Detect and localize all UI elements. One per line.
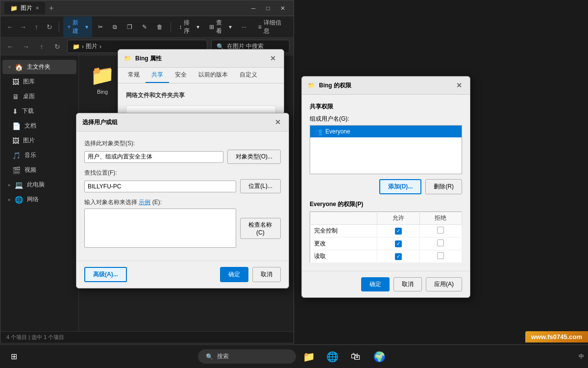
sidebar-item-music[interactable]: 🎵 音乐 <box>2 148 76 162</box>
sidebar-item-videos[interactable]: 🎬 视频 <box>2 163 76 177</box>
select-user-close-btn[interactable]: ✕ <box>273 117 283 127</box>
user-list-box: 👥 Everyone <box>310 125 462 174</box>
start-btn[interactable]: ⊞ <box>4 347 24 367</box>
status-text: 4 个项目 | 选中 1 个项目 <box>6 334 64 341</box>
tab-general[interactable]: 常规 <box>122 68 146 83</box>
perms-title-text: Bing 的权限 <box>319 81 351 90</box>
sidebar-label-desktop: 桌面 <box>23 92 35 101</box>
addr-refresh-btn[interactable]: ↻ <box>51 41 63 53</box>
tab-previous-versions[interactable]: 以前的版本 <box>193 68 234 83</box>
forward-btn[interactable]: → <box>18 21 29 33</box>
close-btn[interactable]: ✕ <box>276 1 290 15</box>
delete-btn[interactable]: 🗑 <box>153 22 167 32</box>
sidebar-label-downloads: 下载 <box>22 107 34 115</box>
sidebar-item-thispc[interactable]: ▸ 💻 此电脑 <box>2 178 76 192</box>
back-btn[interactable]: ← <box>4 21 16 33</box>
dialog-permissions: 📁 Bing 的权限 ✕ 共享权限 组或用户名(G): 👥 Everyone 添… <box>301 76 470 298</box>
sidebar-item-home[interactable]: ▾ 🏠 主文件夹 <box>2 60 76 74</box>
user-everyone-item[interactable]: 👥 Everyone <box>310 126 462 137</box>
checkbox-deny[interactable] <box>437 227 444 234</box>
select-user-body: 选择此对象类型(S): 用户、组或内置安全主体 对象类型(O)... 查找位置(… <box>76 131 289 261</box>
perms-ok-btn[interactable]: 确定 <box>361 277 390 291</box>
sidebar-item-downloads[interactable]: ⬇ 下载 <box>2 104 76 118</box>
taskbar-chrome-btn[interactable]: 🌐 <box>321 346 343 368</box>
perm-allow[interactable]: ✓ <box>377 237 419 250</box>
taskbar-left: ⊞ <box>0 347 24 367</box>
perms-title-icon: 📁 <box>308 82 315 89</box>
location-btn[interactable]: 位置(L)... <box>240 179 281 193</box>
tab-share[interactable]: 共享 <box>146 68 169 83</box>
addr-forward-btn[interactable]: → <box>20 41 32 53</box>
add-user-btn[interactable]: 添加(D)... <box>379 179 422 194</box>
more-btn[interactable]: ··· <box>238 22 250 32</box>
remove-user-btn[interactable]: 删除(R) <box>425 179 462 194</box>
thispc-icon: 💻 <box>15 181 23 189</box>
taskbar-explorer-btn[interactable]: 📁 <box>298 346 319 368</box>
perms-for-label: Everyone 的权限(P) <box>310 200 462 209</box>
title-bar-tabs: 📁 图片 ✕ + <box>4 2 56 14</box>
checkbox-allow[interactable]: ✓ <box>395 253 402 260</box>
check-names-btn[interactable]: 检查名称(C) <box>240 218 281 239</box>
perm-deny[interactable] <box>419 250 462 263</box>
sidebar-item-network[interactable]: ▸ 🌐 网络 <box>2 192 76 207</box>
taskbar-search[interactable]: 🔍 搜索 <box>198 349 296 364</box>
new-chevron: ▾ <box>85 24 88 30</box>
taskbar-store-btn[interactable]: 🛍 <box>345 346 367 368</box>
checkbox-deny[interactable] <box>437 239 444 246</box>
sidebar-label-thispc: 此电脑 <box>27 181 45 189</box>
permissions-footer: 确定 取消 应用(A) <box>302 271 470 297</box>
tab-close-btn[interactable]: ✕ <box>35 5 39 11</box>
address-text: › <box>82 43 84 50</box>
checkbox-allow[interactable]: ✓ <box>395 240 402 247</box>
taskbar-earth-btn[interactable]: 🌍 <box>368 346 390 368</box>
view-btn[interactable]: ⊞ 查看 ▾ <box>205 17 236 37</box>
copy-btn[interactable]: ⧉ <box>109 22 121 32</box>
paste-btn[interactable]: ❐ <box>123 22 136 32</box>
sort-btn[interactable]: ↕ 排序 ▾ <box>175 17 203 37</box>
rename-btn[interactable]: ✎ <box>138 22 151 32</box>
perms-apply-btn[interactable]: 应用(A) <box>426 277 462 291</box>
perm-deny[interactable] <box>419 225 462 237</box>
new-btn[interactable]: + 新建 ▾ <box>63 17 92 37</box>
minimize-btn[interactable]: ─ <box>246 1 260 15</box>
perm-allow[interactable]: ✓ <box>377 225 419 237</box>
name-input-textarea[interactable] <box>84 209 236 248</box>
bing-props-close-btn[interactable]: ✕ <box>268 53 278 63</box>
details-btn[interactable]: ≡ 详细信息 <box>254 17 290 37</box>
select-user-title-left: 选择用户或组 <box>82 118 118 127</box>
refresh-btn[interactable]: ↻ <box>44 21 55 33</box>
cut-btn[interactable]: ✂ <box>94 22 107 32</box>
perm-name: 更改 <box>310 237 377 250</box>
sidebar-item-pictures[interactable]: 🖼 图片 <box>2 133 76 148</box>
sidebar-item-documents[interactable]: 📄 文档 <box>2 119 76 133</box>
win-logo-icon: ⊞ <box>11 352 17 361</box>
checkbox-allow[interactable]: ✓ <box>395 228 402 235</box>
object-types-group: 选择此对象类型(S): 用户、组或内置安全主体 对象类型(O)... <box>84 139 281 164</box>
perm-deny[interactable] <box>419 237 462 250</box>
maximize-btn[interactable]: □ <box>261 1 275 15</box>
tab-security[interactable]: 安全 <box>169 68 193 83</box>
tab-pictures[interactable]: 📁 图片 ✕ <box>4 2 45 14</box>
up-btn[interactable]: ↑ <box>31 21 42 33</box>
addr-up-btn[interactable]: ↑ <box>36 41 48 53</box>
permissions-body: 共享权限 组或用户名(G): 👥 Everyone 添加(D)... 删除(R)… <box>302 95 470 271</box>
select-user-title-bar: 选择用户或组 ✕ <box>76 113 289 131</box>
sidebar-item-desktop[interactable]: 🖥 桌面 <box>2 89 76 104</box>
example-link[interactable]: 示例 <box>139 199 150 206</box>
perm-allow[interactable]: ✓ <box>377 250 419 263</box>
checkbox-deny[interactable] <box>437 252 444 259</box>
tab-customize[interactable]: 自定义 <box>234 68 263 83</box>
object-types-btn[interactable]: 对象类型(O)... <box>227 150 281 164</box>
folder-bing[interactable]: 📁 Bing <box>83 59 122 99</box>
toolbar: ← → ↑ ↻ + 新建 ▾ ✂ ⧉ ❐ ✎ 🗑 ↕ 排序 ▾ ⊞ 查看 ▾ ·… <box>0 16 294 38</box>
select-user-cancel-btn[interactable]: 取消 <box>252 267 281 282</box>
addr-back-btn[interactable]: ← <box>4 41 16 53</box>
new-tab-btn[interactable]: + <box>46 4 56 13</box>
permissions-close-btn[interactable]: ✕ <box>454 80 464 90</box>
select-user-ok-btn[interactable]: 确定 <box>220 267 248 282</box>
perms-cancel-btn[interactable]: 取消 <box>393 277 422 291</box>
advanced-btn[interactable]: 高级(A)... <box>84 267 127 282</box>
user-everyone-icon: 👥 <box>314 128 322 135</box>
downloads-icon: ⬇ <box>12 107 18 115</box>
sidebar-item-gallery[interactable]: 🖼 图库 <box>2 75 76 89</box>
